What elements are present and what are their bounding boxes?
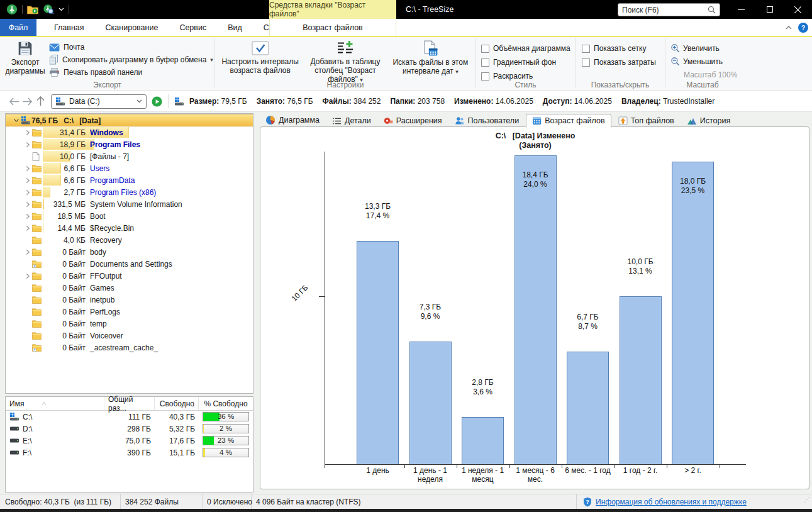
column-header[interactable]: % Свободно <box>199 397 253 410</box>
chart-bar[interactable] <box>462 417 504 464</box>
tab-top-files[interactable]: Топ файлов <box>613 114 680 127</box>
tree-row[interactable]: 4,0 КБRecovery <box>6 234 253 246</box>
drive-row[interactable]: C:\111 ГБ40,3 ГБ36 % <box>6 411 253 423</box>
drive-name: F:\ <box>23 448 31 457</box>
folder-icon <box>32 331 43 340</box>
chart-bar[interactable] <box>409 342 452 464</box>
tree-row[interactable]: 0 БайтGames <box>6 282 253 294</box>
search-scan-icon[interactable] <box>43 4 54 15</box>
close-button[interactable] <box>784 0 812 19</box>
tree-row[interactable]: 6,6 ГБUsers <box>6 162 253 174</box>
collapse-ribbon-icon[interactable] <box>786 26 792 30</box>
show-grid-checkbox[interactable]: Показать сетку <box>582 42 665 55</box>
tree-row[interactable]: 76,5 ГБC:\[Data] <box>6 114 253 126</box>
chart-bar[interactable] <box>567 352 609 464</box>
help-icon[interactable]: ? <box>798 23 808 33</box>
chevron-right-icon[interactable] <box>23 177 32 184</box>
tab-users[interactable]: Пользователи <box>449 114 525 127</box>
tree-row[interactable]: 31,4 ГБWindows <box>6 126 253 138</box>
chart-bar[interactable] <box>672 162 714 464</box>
copy-chart-button[interactable]: Скопировать диаграмму в буфер обмена ▾ <box>49 53 213 66</box>
folder-icon <box>32 176 43 184</box>
tree-row[interactable]: 2,7 ГБProgram Files (x86) <box>6 186 253 198</box>
tab-list[interactable]: Детали <box>326 114 377 127</box>
mail-button[interactable]: Почта <box>49 41 213 53</box>
gradient-background-checkbox[interactable]: Градиентный фон <box>481 55 575 69</box>
tree-row[interactable]: 0 Байтbody <box>6 246 253 258</box>
tree-row[interactable]: 0 Байтinetpub <box>6 294 253 306</box>
item-name: Recovery <box>90 236 122 245</box>
minimize-button[interactable] <box>727 0 755 19</box>
tree-row[interactable]: 0 БайтVoiceover <box>6 330 253 342</box>
back-icon[interactable] <box>8 97 21 106</box>
drive-row[interactable]: E:\75,0 ГБ17,6 ГБ23 % <box>6 435 253 447</box>
chevron-right-icon[interactable] <box>23 142 32 148</box>
configure-intervals-label: Настроить интервалы возраста файлов <box>219 57 302 75</box>
tree-row[interactable]: 0 Байтtemp <box>6 318 253 330</box>
chart-bar[interactable] <box>514 155 557 464</box>
chevron-right-icon[interactable] <box>23 273 32 279</box>
tree-row[interactable]: 18,9 ГБProgram Files <box>6 138 253 150</box>
drive-row[interactable]: D:\298 ГБ5,32 ГБ2 % <box>6 423 253 435</box>
chevron-down-icon[interactable] <box>12 118 21 123</box>
maximize-button[interactable] <box>755 0 784 19</box>
search-input[interactable]: Поиск (F6) <box>618 3 720 16</box>
drive-name: D:\ <box>23 425 32 433</box>
tab-Главная[interactable]: Главная <box>43 19 95 36</box>
tab-Сканирование[interactable]: Сканирование <box>95 19 169 36</box>
tab-pie-chart[interactable]: Диаграмма <box>260 113 325 127</box>
tree-row[interactable]: 10,0 ГБ[Файлы - 7] <box>6 150 253 162</box>
item-size: 0 Байт <box>43 343 86 352</box>
tab-file[interactable]: Файл <box>0 19 36 36</box>
volumetric-diagram-checkbox[interactable]: Объёмная диаграмма <box>481 42 575 55</box>
tree-row[interactable]: 0 БайтDocuments and Settings <box>6 258 253 270</box>
chart-bar[interactable] <box>357 241 399 464</box>
chart-bar[interactable] <box>620 296 662 464</box>
chevron-right-icon[interactable] <box>23 201 32 208</box>
drive-row[interactable]: F:\390 ГБ15,1 ГБ4 % <box>6 447 253 459</box>
chevron-right-icon[interactable] <box>23 225 32 231</box>
resize-grip[interactable]: ⋰ <box>804 496 810 503</box>
chevron-right-icon[interactable] <box>23 165 32 172</box>
item-name: ProgramData <box>90 176 135 185</box>
tree-row[interactable]: 0 БайтPerfLogs <box>6 306 253 318</box>
tree-row[interactable]: 6,6 ГБProgramData <box>6 174 253 186</box>
chevron-down-icon <box>136 99 142 103</box>
up-icon[interactable] <box>34 96 47 106</box>
tree-row[interactable]: 331,5 МБSystem Volume Information <box>6 198 253 210</box>
item-name: inetpub <box>90 296 114 304</box>
tab-file-age[interactable]: Возраст файлов <box>269 19 396 36</box>
search-date-interval-label: Искать файлы в этом интервале дат ▾ <box>389 58 472 76</box>
copy-chart-label: Скопировать диаграмму в буфер обмена <box>62 55 206 64</box>
tab-calendar[interactable]: Возраст файлов <box>526 114 611 128</box>
path-combobox[interactable]: Data (C:) <box>51 94 147 109</box>
column-header[interactable]: Имя <box>6 397 104 410</box>
zoom-in-button[interactable]: Увеличить <box>670 42 740 55</box>
chevron-right-icon[interactable] <box>23 189 32 196</box>
chevron-right-icon[interactable] <box>23 213 32 220</box>
chevron-right-icon[interactable] <box>23 249 32 255</box>
start-scan-button[interactable] <box>152 96 162 107</box>
category-label: 1 день - 1 неделя <box>404 466 457 484</box>
tab-Сервис[interactable]: Сервис <box>169 19 217 36</box>
show-costs-checkbox[interactable]: Показать затраты <box>582 55 665 69</box>
scan-folder-icon[interactable] <box>27 5 38 14</box>
item-name: Documents and Settings <box>90 260 172 269</box>
column-header[interactable]: Общий раз... <box>104 397 155 410</box>
zoom-out-button[interactable]: Уменьшить <box>670 55 740 68</box>
tab-history[interactable]: История <box>681 114 736 127</box>
tree-row[interactable]: 14,4 МБ$Recycle.Bin <box>6 222 253 234</box>
update-info-link[interactable]: Информация об обновлениях и поддержке <box>596 498 747 506</box>
print-right-panel-button[interactable]: Печать правой панели <box>49 66 213 79</box>
tab-Вид[interactable]: Вид <box>217 19 253 36</box>
tree-row[interactable]: 0 БайтFFOutput <box>6 270 253 282</box>
add-column-icon <box>336 40 354 56</box>
forward-icon[interactable] <box>21 97 34 106</box>
tree-row[interactable]: 0 Байт_acestream_cache_ <box>6 342 253 353</box>
column-header[interactable]: Свободно <box>155 397 199 410</box>
tree-row[interactable]: 18,5 МБBoot <box>6 210 253 222</box>
chevron-down-icon[interactable] <box>58 8 64 11</box>
tab-extensions[interactable]: Расширения <box>378 114 448 127</box>
status-section: 0 Исключено <box>203 494 252 509</box>
chevron-right-icon[interactable] <box>23 130 32 136</box>
